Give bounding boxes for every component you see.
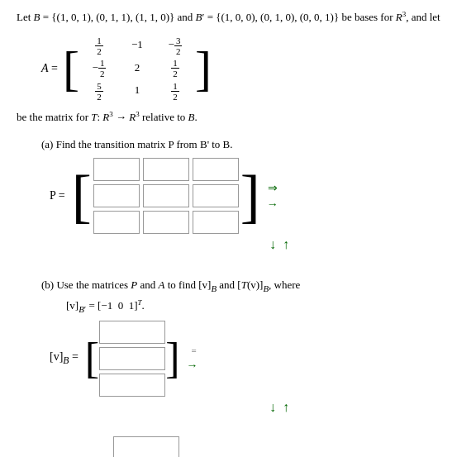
P-arrow-right-single[interactable]: → xyxy=(265,198,280,211)
vB-input-r2[interactable] xyxy=(99,347,165,370)
P-bottom-arrows: ↓ ↑ xyxy=(99,237,459,252)
P-arrow-right-double[interactable]: ⇒ xyxy=(265,181,280,194)
part-a-label: (a) Find the transition matrix P from B'… xyxy=(41,138,459,151)
vB-bracket-right: ] xyxy=(165,340,179,377)
matrix-A-label: A = xyxy=(41,62,58,75)
P-input-r2c1[interactable] xyxy=(93,184,140,207)
TvB-input-r1[interactable] xyxy=(113,436,179,457)
P-bracket-left: [ xyxy=(72,169,92,223)
intro-text: Let B = {(1, 0, 1), (0, 1, 1), (1, 1, 0)… xyxy=(17,8,459,26)
matrix-A-values: 12 −1 −32 −12 2 12 52 1 12 xyxy=(79,31,195,105)
vB-hint: = xyxy=(191,345,196,355)
vB-label: [v]B = xyxy=(50,350,79,366)
P-arrow-down[interactable]: ↓ xyxy=(269,237,276,252)
P-side-arrows: ⇒ → xyxy=(265,181,280,211)
P-input-r1c2[interactable] xyxy=(143,158,189,181)
part-b-label: (b) Use the matrices P and A to find [v]… xyxy=(41,278,459,293)
matrix-A-bracket-right: ] xyxy=(195,44,212,93)
intro-line3: be the matrix for T: R3 → R3 relative to… xyxy=(17,108,459,126)
P-input-r1c3[interactable] xyxy=(193,158,239,181)
vB-input-grid xyxy=(99,321,165,397)
P-input-r2c3[interactable] xyxy=(193,184,239,207)
P-input-r3c2[interactable] xyxy=(143,211,189,234)
vB-input-r3[interactable] xyxy=(99,374,165,397)
matrix-A-display: A = [ 12 −1 −32 −12 2 12 52 1 12 ] xyxy=(41,31,459,105)
P-arrow-up[interactable]: ↑ xyxy=(283,237,289,252)
vB-bottom-arrows: ↓ ↑ xyxy=(99,400,459,415)
P-input-r1c1[interactable] xyxy=(93,158,140,181)
TvB-input-grid xyxy=(113,436,179,457)
P-input-r2c2[interactable] xyxy=(143,184,189,207)
P-input-grid xyxy=(93,158,239,234)
P-bracket-right: ] xyxy=(240,169,260,223)
formula-line: [v]B′ = [−1 0 1]T. xyxy=(66,298,459,314)
P-label: P = xyxy=(50,189,65,202)
vB-bracket-left: [ xyxy=(85,340,99,377)
vB-equation-row: [v]B = [ ] = → xyxy=(50,321,459,397)
P-equation-row: P = [ ] ⇒ → xyxy=(50,158,459,234)
vB-arrow-down[interactable]: ↓ xyxy=(269,400,276,415)
vB-arrow-up[interactable]: ↑ xyxy=(283,400,289,415)
P-input-r3c3[interactable] xyxy=(193,211,239,234)
vB-side-arrows: = → xyxy=(185,345,200,372)
P-input-r3c1[interactable] xyxy=(93,211,140,234)
vB-arrow-right[interactable]: → xyxy=(185,359,200,372)
vB-input-r1[interactable] xyxy=(99,321,165,344)
TvB-equation-row: [T(v)]B = [ ] = → xyxy=(50,436,459,457)
matrix-A-bracket-left: [ xyxy=(63,44,79,93)
